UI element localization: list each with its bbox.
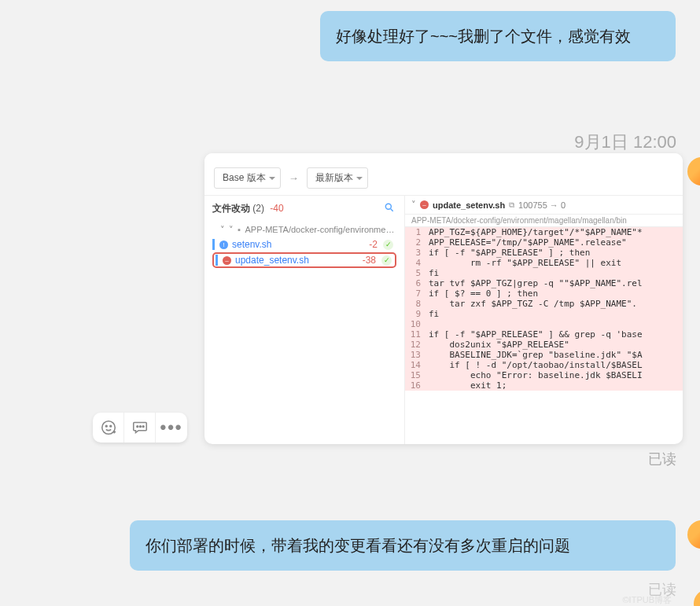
files-changed-label: 文件改动 [212,202,250,215]
code-line: 5fi [405,268,683,278]
code-line: 2APP_RELEASE="/tmp/"$APP_NAME".release" [405,237,683,248]
deleted-icon: – [223,256,231,265]
active-bar [216,255,218,266]
active-bar [212,239,215,250]
comment-button[interactable] [124,413,156,443]
file-full-path: APP-META/docker-config/environment/magel… [405,215,683,227]
diff-file-header: ˅ – update_setenv.sh ⧉ 100755 → 0 [405,196,683,215]
chat-message: 好像处理好了~~~我删了个文件，感觉有效 [320,11,676,61]
message-actions: ••• [93,413,187,443]
code-line: 16 exit 1; [405,380,683,391]
file-tree-item-setenv[interactable]: ! setenv.sh -2 ✓ [212,237,396,252]
message-text: 好像处理好了~~~我删了个文件，感觉有效 [336,28,631,45]
code-line: 6tar tvf $APP_TGZ|grep -q ""$APP_NAME".r… [405,278,683,288]
files-count: (2) [252,203,264,214]
code-line: 8 tar zxf $APP_TGZ -C /tmp $APP_NAME". [405,299,683,309]
diff-viewer-card: Base 版本 → 最新版本 文件改动 (2) -40 ˅ ˅ ▪ APP-ME… [204,153,683,444]
chevron-down-icon: ˅ [220,225,225,234]
svg-point-0 [385,204,391,209]
file-tree-item-update-setenv[interactable]: – update_setenv.sh -38 ✓ [212,252,396,268]
code-diff-panel: ˅ – update_setenv.sh ⧉ 100755 → 0 APP-ME… [405,196,683,444]
svg-point-4 [109,425,111,427]
svg-point-7 [136,426,138,428]
svg-point-3 [105,425,107,427]
chevron-down-icon[interactable]: ˅ [411,200,416,210]
code-line: 4 rm -rf "$APP_RELEASE" || exit [405,258,683,268]
more-button[interactable]: ••• [156,413,187,443]
code-line: 7if [ $? == 0 ] ; then [405,288,683,299]
watermark-text: ©ITPUB博客 [623,594,672,606]
base-version-dropdown[interactable]: Base 版本 [214,167,281,189]
read-status: 已读 [648,450,676,468]
modified-icon: ! [219,241,228,249]
code-line: 13 BASELINE_JDK=`grep "baseline.jdk" "$A [405,350,683,360]
chevron-down-icon: ˅ [229,225,234,234]
check-icon: ✓ [381,255,392,266]
code-line: 15 echo "Error: baseline.jdk $BASELI [405,370,683,380]
check-icon: ✓ [383,240,393,250]
avatar [694,589,700,606]
code-line: 11if [ -f "$APP_RELEASE" ] && grep -q 'b… [405,329,683,340]
message-text: 你们部署的时候，带着我的变更看看还有没有多次重启的问题 [146,537,570,554]
timestamp: 9月1日 12:00 [574,130,676,154]
file-tree-panel: 文件改动 (2) -40 ˅ ˅ ▪ APP-META/docker-confi… [204,196,405,444]
code-line: 3if [ -f "$APP_RELEASE" ] ; then [405,248,683,258]
code-block: 1APP_TGZ=${APP_HOME}/target"/*"$APP_NAME… [405,227,683,391]
avatar [687,520,700,549]
svg-point-9 [142,426,144,428]
total-delta: -40 [270,203,283,214]
code-line: 14 if [ ! -d "/opt/taobao/install/$BASEL [405,360,683,370]
code-line: 12 dos2unix "$APP_RELEASE" [405,340,683,350]
emoji-button[interactable] [93,413,124,443]
avatar [687,157,700,185]
folder-icon: ▪ [238,225,241,234]
arrow-right-icon: → [286,172,302,184]
copy-icon[interactable]: ⧉ [509,200,514,210]
deleted-icon: – [420,200,429,209]
code-line: 1APP_TGZ=${APP_HOME}/target"/*"$APP_NAME… [405,227,683,237]
search-icon[interactable] [384,202,395,215]
chat-message: 你们部署的时候，带着我的变更看看还有没有多次重启的问题 [130,520,676,571]
diff-toolbar: Base 版本 → 最新版本 [204,161,683,195]
code-line: 9fi [405,309,683,319]
svg-line-1 [391,209,393,211]
latest-version-dropdown[interactable]: 最新版本 [307,167,368,189]
svg-point-8 [139,426,141,428]
code-line: 10 [405,319,683,329]
tree-folder-path[interactable]: ˅ ˅ ▪ APP-META/docker-config/environment… [212,223,396,237]
